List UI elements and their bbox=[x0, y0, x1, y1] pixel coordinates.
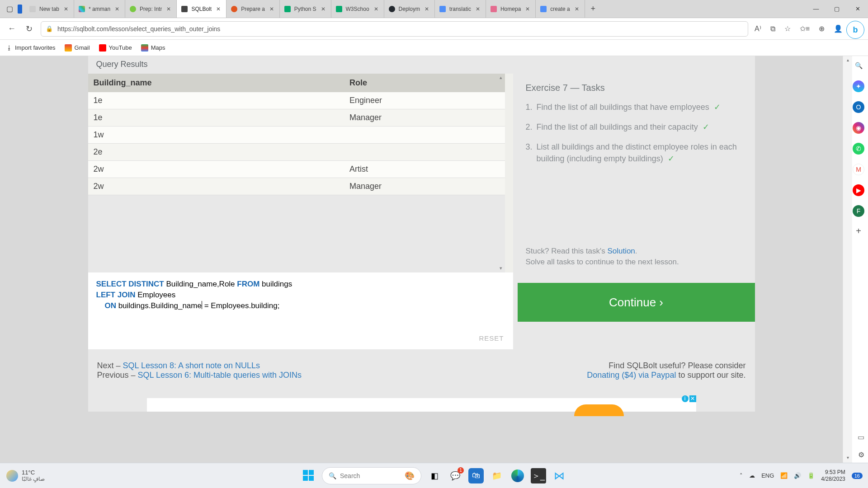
tray-chevron-icon[interactable]: ˄ bbox=[740, 472, 743, 479]
favorites-menu-icon[interactable]: ✩≡ bbox=[800, 24, 810, 33]
instagram-icon[interactable]: ◉ bbox=[853, 122, 864, 134]
ad-close-icon[interactable]: ✕ bbox=[689, 395, 696, 402]
address-actions: A⁾ ⧉ ☆ ✩≡ ⊕ 👤 ⋯ bbox=[755, 24, 862, 33]
tab-amman[interactable]: * amman✕ bbox=[74, 0, 125, 18]
settings-gear-icon[interactable]: ⚙ bbox=[858, 450, 864, 459]
scroll-up-icon[interactable]: ▴ bbox=[844, 57, 851, 64]
taskbar-app-edge[interactable] bbox=[510, 468, 525, 483]
table-row: 2e bbox=[88, 144, 505, 161]
table-scroll-down-icon[interactable]: ▾ bbox=[498, 265, 504, 272]
read-aloud-icon[interactable]: A⁾ bbox=[755, 24, 761, 33]
whatsapp-icon[interactable]: ✆ bbox=[853, 143, 864, 155]
back-button[interactable]: ← bbox=[6, 23, 17, 34]
scroll-down-icon[interactable]: ▾ bbox=[844, 455, 851, 461]
tab-new-tab[interactable]: New tab✕ bbox=[25, 0, 74, 18]
table-row: 1w bbox=[88, 127, 505, 144]
tab-create[interactable]: create a✕ bbox=[536, 0, 585, 18]
close-icon[interactable]: ✕ bbox=[574, 6, 580, 12]
solution-link[interactable]: Solution bbox=[607, 247, 635, 255]
ad-graphic bbox=[574, 404, 624, 416]
taskbar-app-terminal[interactable]: ＞_ bbox=[531, 468, 546, 483]
table-scroll-up-icon[interactable]: ▴ bbox=[498, 75, 504, 81]
youtube-sidebar-icon[interactable]: ▶ bbox=[853, 184, 864, 196]
close-window-button[interactable]: ✕ bbox=[847, 0, 868, 18]
profile-icon[interactable]: 👤 bbox=[834, 24, 843, 33]
minimize-button[interactable]: — bbox=[806, 0, 826, 18]
copilot-icon[interactable]: ✦ bbox=[853, 80, 864, 92]
search-sidebar-icon[interactable]: 🔍 bbox=[853, 60, 864, 71]
translate-icon[interactable]: ⧉ bbox=[770, 25, 775, 33]
check-icon: ✓ bbox=[668, 154, 675, 163]
ad-info-icon[interactable]: i bbox=[682, 395, 689, 402]
tab-label: Homepa bbox=[500, 6, 521, 12]
onedrive-icon[interactable]: ☁ bbox=[749, 472, 755, 479]
sql-editor[interactable]: SELECT DISTINCT Building_name,Role FROM … bbox=[88, 272, 513, 349]
bing-sidebar-button[interactable]: b bbox=[846, 21, 864, 39]
weather-widget[interactable]: 11°Cصافٍ غالبًا bbox=[0, 469, 51, 482]
next-lesson-link[interactable]: SQL Lesson 8: A short note on NULLs bbox=[123, 361, 260, 370]
tab-label: translatic bbox=[449, 6, 471, 12]
battery-icon[interactable]: 🔋 bbox=[807, 472, 815, 479]
collections-icon[interactable]: ⊕ bbox=[819, 24, 825, 33]
close-icon[interactable]: ✕ bbox=[524, 6, 531, 12]
tab-actions-icon[interactable]: ▢ bbox=[6, 5, 13, 13]
new-tab-button[interactable]: + bbox=[585, 0, 601, 18]
start-button[interactable] bbox=[301, 468, 316, 483]
close-icon[interactable]: ✕ bbox=[475, 6, 481, 12]
notification-badge[interactable]: 16 bbox=[852, 473, 863, 479]
maximize-button[interactable]: ▢ bbox=[826, 0, 847, 18]
favorite-youtube[interactable]: YouTube bbox=[99, 44, 132, 52]
tab-homepage[interactable]: Homepa✕ bbox=[486, 0, 536, 18]
outlook-icon[interactable]: O bbox=[853, 101, 864, 113]
sidebar-add-icon[interactable]: + bbox=[856, 226, 861, 236]
ad-close-controls: i ✕ bbox=[682, 395, 696, 402]
tab-deploy[interactable]: Deploym✕ bbox=[384, 0, 435, 18]
favorite-star-icon[interactable]: ☆ bbox=[784, 24, 791, 33]
gmail-sidebar-icon[interactable]: M bbox=[853, 164, 864, 175]
youtube-icon bbox=[99, 44, 106, 52]
f-app-icon[interactable]: F bbox=[853, 205, 864, 217]
chat-button[interactable]: 💬1 bbox=[448, 468, 463, 483]
page-scrollbar[interactable]: ▴ ▾ bbox=[843, 56, 852, 463]
continue-button[interactable]: Continue › bbox=[518, 283, 755, 322]
sidebar-panel-icon[interactable]: ▭ bbox=[858, 433, 864, 441]
prev-lesson-link[interactable]: SQL Lesson 6: Multi-table queries with J… bbox=[138, 371, 302, 380]
reset-button[interactable]: RESET bbox=[479, 333, 504, 344]
tab-prepare[interactable]: Prepare a✕ bbox=[226, 0, 280, 18]
tab-label: create a bbox=[550, 6, 570, 12]
close-icon[interactable]: ✕ bbox=[165, 6, 172, 12]
favorite-label: YouTube bbox=[109, 44, 132, 51]
taskbar-search[interactable]: 🔍Search🎨 bbox=[322, 467, 421, 484]
tab-label: W3Schoo bbox=[346, 6, 369, 12]
wifi-icon[interactable]: 📶 bbox=[780, 472, 788, 479]
close-icon[interactable]: ✕ bbox=[373, 6, 379, 12]
search-icon: 🔍 bbox=[329, 472, 336, 479]
import-favorites-button[interactable]: ⭳Import favorites bbox=[6, 44, 56, 51]
language-indicator[interactable]: ENG bbox=[761, 472, 774, 479]
close-icon[interactable]: ✕ bbox=[215, 6, 222, 12]
close-icon[interactable]: ✕ bbox=[63, 6, 69, 12]
close-icon[interactable]: ✕ bbox=[320, 6, 326, 12]
close-icon[interactable]: ✕ bbox=[269, 6, 275, 12]
close-icon[interactable]: ✕ bbox=[424, 6, 430, 12]
taskbar-app-explorer[interactable]: 📁 bbox=[489, 468, 505, 483]
tab-w3schools[interactable]: W3Schoo✕ bbox=[331, 0, 384, 18]
favorite-maps[interactable]: Maps bbox=[141, 44, 165, 52]
donate-link[interactable]: Donating ($4) via Paypal bbox=[587, 371, 676, 380]
url-input[interactable]: 🔒 https://sqlbolt.com/lesson/select_quer… bbox=[41, 21, 748, 37]
tab-strip: New tab✕ * amman✕ Prep: Intr✕ SQLBolt✕ P… bbox=[25, 0, 806, 18]
favorites-bar: ⭳Import favorites Gmail YouTube Maps bbox=[0, 40, 868, 56]
taskbar-app-store[interactable]: 🛍 bbox=[468, 468, 484, 483]
close-icon[interactable]: ✕ bbox=[114, 6, 120, 12]
refresh-button[interactable]: ↻ bbox=[24, 23, 34, 34]
tab-python[interactable]: Python S✕ bbox=[280, 0, 331, 18]
tab-prep[interactable]: Prep: Intr✕ bbox=[125, 0, 177, 18]
volume-icon[interactable]: 🔊 bbox=[794, 472, 801, 479]
workspace-icon[interactable] bbox=[18, 5, 22, 14]
task-view-button[interactable]: ◧ bbox=[427, 468, 442, 483]
taskbar-app-vscode[interactable]: ⋈ bbox=[552, 468, 567, 483]
tab-sqlbolt[interactable]: SQLBolt✕ bbox=[177, 0, 226, 18]
favorite-gmail[interactable]: Gmail bbox=[65, 44, 90, 52]
clock[interactable]: 9:53 PM4/28/2023 bbox=[821, 469, 845, 483]
tab-translate[interactable]: translatic✕ bbox=[435, 0, 486, 18]
